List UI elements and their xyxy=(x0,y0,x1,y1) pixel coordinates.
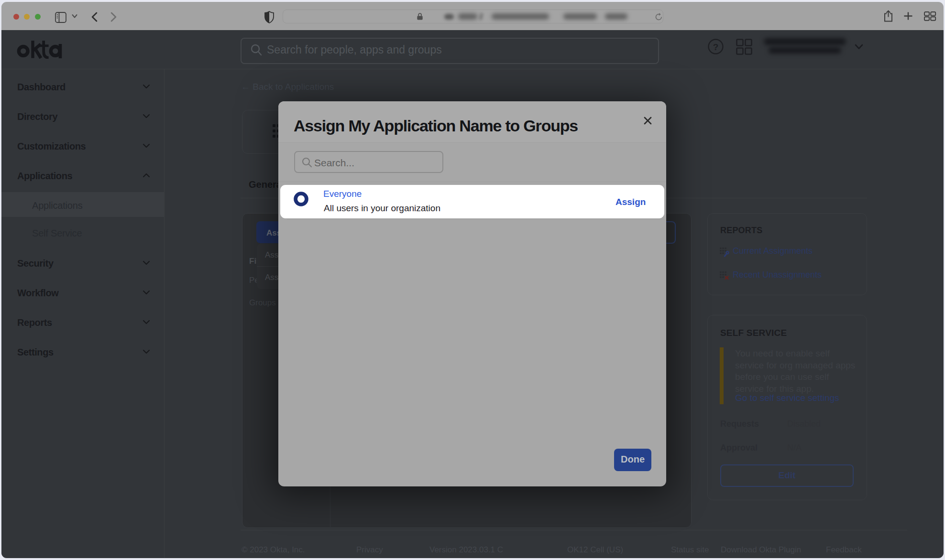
svg-text:?: ? xyxy=(713,42,719,52)
